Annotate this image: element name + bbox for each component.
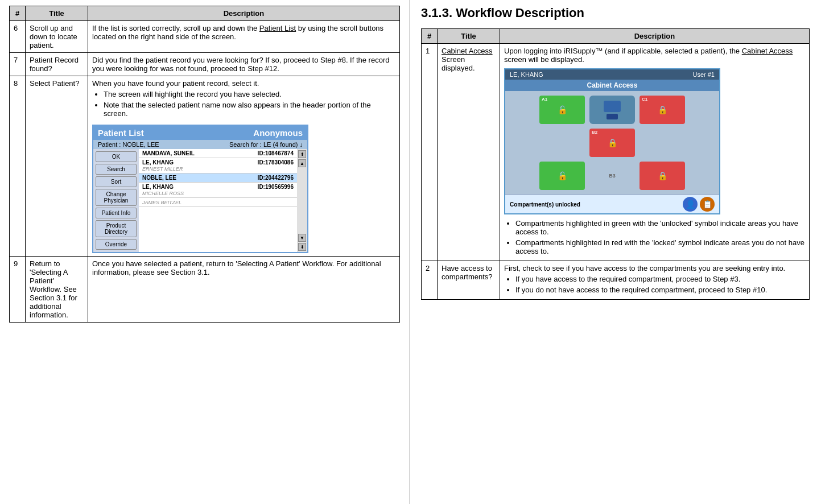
right-table: # Title Description 1 Cabinet Access Scr… — [421, 28, 810, 300]
list-item: If you do not have access to the require… — [515, 286, 805, 294]
list-item: If you have access to the required compa… — [515, 275, 805, 283]
right-header-title: Title — [438, 29, 500, 44]
row-desc: When you have found your patient record,… — [88, 76, 400, 257]
table-row: 8 Select Patient? When you have found yo… — [10, 76, 400, 257]
ca-title-bar: Cabinet Access — [505, 80, 719, 91]
right-header-desc: Description — [500, 29, 810, 44]
ca-icon-info[interactable]: 📋 — [700, 197, 715, 212]
table-row: 6 Scroll up and down to locate patient. … — [10, 21, 400, 53]
left-panel: # Title Description 6 Scroll up and down… — [0, 0, 410, 504]
scroll-down-btn[interactable]: ▼ — [298, 234, 306, 242]
row-desc: Once you have selected a patient, return… — [88, 257, 400, 323]
row-num: 1 — [422, 44, 438, 261]
scroll-up-btn[interactable]: ▲ — [298, 159, 306, 167]
row-title: Have access to compartments? — [438, 261, 500, 300]
list-item: Note that the selected patient name now … — [104, 101, 395, 118]
patient-list-screenshot: Patient List Anonymous Patient : NOBLE, … — [92, 125, 308, 253]
pl-body: OK Search Sort Change Physician Patient … — [93, 149, 307, 252]
row-desc: If the list is sorted correctly, scroll … — [88, 21, 400, 53]
ca-cell-empty1 — [539, 129, 585, 157]
pl-title: Patient List — [98, 128, 144, 138]
pl-btn-product-directory[interactable]: Product Directory — [96, 220, 137, 237]
scroll-top-btn[interactable]: ⬆ — [298, 150, 306, 158]
pl-scrollbar: ⬆ ▲ ▼ ⬇ — [297, 149, 307, 252]
row-num: 6 — [10, 21, 26, 53]
ca-cell-empty3: B3 — [589, 162, 635, 190]
left-header-title: Title — [26, 6, 88, 21]
ca-cell-b3-left[interactable]: 🔓 — [539, 162, 585, 190]
ca-cell-empty2 — [640, 129, 685, 157]
ca-cell-a1[interactable]: A1 🔓 — [539, 96, 585, 124]
pl-subheader: Patient : NOBLE, LEE Search for : LE (4 … — [93, 140, 307, 149]
pl-buttons: OK Search Sort Change Physician Patient … — [93, 149, 139, 252]
list-item-selected[interactable]: ID:204422796 NOBLE, LEE — [139, 173, 297, 183]
pl-btn-sort[interactable]: Sort — [96, 176, 137, 187]
row-title: Cabinet Access Screen displayed. — [438, 44, 500, 261]
list-item[interactable]: ID:108467874 MANDAVA, SUNEIL — [139, 149, 297, 158]
table-row: 2 Have access to compartments? First, ch… — [422, 261, 810, 300]
ca-cell-b3-right[interactable]: 🔒 — [640, 162, 685, 190]
table-row: 7 Patient Record found? Did you find the… — [10, 53, 400, 76]
row-num: 9 — [10, 257, 26, 323]
row-num: 8 — [10, 76, 26, 257]
list-item: The screen will highlight the record you… — [104, 90, 395, 98]
list-item[interactable]: JAMES BEITZEL — [139, 198, 297, 207]
pl-anonymous: Anonymous — [253, 128, 303, 138]
pl-list: ID:108467874 MANDAVA, SUNEIL ID:17830408… — [139, 149, 297, 252]
row-num: 7 — [10, 53, 26, 76]
list-item: Compartments highlighted in red with the… — [515, 238, 805, 255]
row-desc: Upon logging into iRISupply™ (and if app… — [500, 44, 810, 261]
pl-btn-override[interactable]: Override — [96, 239, 137, 250]
ca-grid: A1 🔓 C1 🔒 — [510, 96, 715, 190]
row-num: 2 — [422, 261, 438, 300]
table-row: 9 Return to 'Selecting A Patient' Workfl… — [10, 257, 400, 323]
list-item: Compartments highlighted in green with t… — [515, 219, 805, 236]
ca-cell-device — [589, 96, 635, 124]
right-panel: 3.1.3. Workflow Description # Title Desc… — [410, 0, 821, 504]
ca-icon-user[interactable]: 👤 — [683, 197, 698, 212]
left-header-num: # — [10, 6, 26, 21]
ca-footer-text: Compartment(s) unlocked — [510, 201, 580, 208]
ca-header-right: User #1 — [692, 71, 715, 78]
pl-btn-search[interactable]: Search — [96, 164, 137, 175]
ca-body: A1 🔓 C1 🔒 — [505, 91, 719, 195]
row-title: Scroll up and down to locate patient. — [26, 21, 88, 53]
right-header-num: # — [422, 29, 438, 44]
pl-btn-change-physician[interactable]: Change Physician — [96, 189, 137, 206]
ca-header-left: LE, KHANG — [510, 71, 543, 78]
ca-cell-c1[interactable]: C1 🔒 — [640, 96, 685, 124]
pl-btn-ok[interactable]: OK — [96, 151, 137, 162]
ca-cell-b2[interactable]: B2 🔒 — [589, 129, 635, 157]
ca-header: LE, KHANG User #1 — [505, 69, 719, 80]
table-row: 1 Cabinet Access Screen displayed. Upon … — [422, 44, 810, 261]
pl-btn-patient-info[interactable]: Patient Info — [96, 208, 137, 218]
scroll-bottom-btn[interactable]: ⬇ — [298, 243, 306, 251]
left-header-desc: Description — [88, 6, 400, 21]
row-desc: First, check to see if you have access t… — [500, 261, 810, 300]
pl-header: Patient List Anonymous — [93, 126, 307, 140]
section-title: 3.1.3. Workflow Description — [421, 6, 810, 20]
list-item[interactable]: ID:178304086 LE, KHANG ERNEST MILLER — [139, 158, 297, 173]
ca-footer: Compartment(s) unlocked 👤 📋 — [505, 195, 719, 213]
cabinet-access-screenshot: LE, KHANG User #1 Cabinet Access A1 🔓 — [504, 68, 720, 214]
row-title: Select Patient? — [26, 76, 88, 257]
row-title: Return to 'Selecting A Patient' Workflow… — [26, 257, 88, 323]
pl-search-label: Search for : LE (4 found) ↓ — [229, 141, 303, 148]
left-table: # Title Description 6 Scroll up and down… — [9, 6, 400, 323]
row-title: Patient Record found? — [26, 53, 88, 76]
list-item[interactable]: ID:190565996 LE, KHANG MICHELLE ROSS — [139, 183, 297, 198]
row-desc: Did you find the patient record you were… — [88, 53, 400, 76]
ca-footer-icons: 👤 📋 — [683, 197, 715, 212]
pl-patient-label: Patient : NOBLE, LEE — [98, 141, 159, 148]
